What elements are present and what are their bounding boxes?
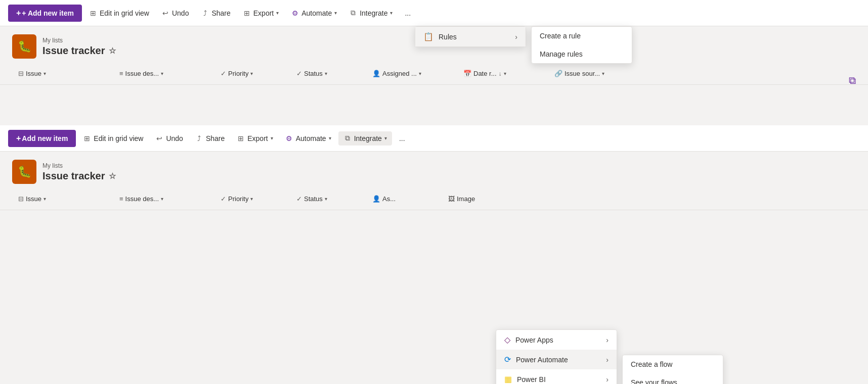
power-bi-chevron-icon: › [606,375,609,383]
col-issue-top[interactable]: ⊟ Issue ▾ [12,70,113,77]
more-button-bottom[interactable]: ... [394,131,410,146]
col-assigned-icon-bottom: 👤 [372,195,380,203]
undo-icon-bottom: ↩ [155,134,163,142]
col-issue-chevron: ▾ [44,71,46,76]
power-automate-menu-item[interactable]: ⟳ Power Automate › [496,350,617,369]
automate-dropdown-top: 📋 Rules › [415,26,526,47]
favorite-star-bottom[interactable]: ☆ [109,171,116,181]
create-flow-item[interactable]: Create a flow [623,355,723,373]
rules-icon: 📋 [423,32,433,41]
col-issue-des-chevron-bottom: ▾ [161,196,163,202]
power-automate-icon: ⟳ [504,355,511,364]
add-new-item-button-bottom[interactable]: + Add new item [8,130,76,147]
col-date-icon: 📅 [463,70,471,77]
undo-button-top[interactable]: ↩ Undo [156,6,194,20]
power-apps-icon: ◇ [504,335,510,345]
undo-icon: ↩ [161,9,169,17]
col-assigned-top[interactable]: 👤 Assigned ... ▾ [366,70,457,77]
grid-icon-bottom: ⊞ [83,134,91,142]
column-headers-bottom: ⊟ Issue ▾ ≡ Issue des... ▾ ✓ Priority ▾ … [0,188,868,210]
integrate-icon: ⧉ [349,9,357,17]
col-image-icon-bottom: 🖼 [448,195,455,203]
col-priority-chevron-bottom: ▾ [250,196,253,202]
favorite-star-top[interactable]: ☆ [109,46,116,56]
col-priority-bottom[interactable]: ✓ Priority ▾ [214,195,290,203]
col-issue-source-chevron: ▾ [602,71,604,76]
col-priority-top[interactable]: ✓ Priority ▾ [214,70,290,77]
col-assigned-bottom[interactable]: 👤 As... [366,195,442,203]
my-lists-label-bottom: My lists [42,162,116,169]
col-assigned-icon: 👤 [372,70,380,77]
content-area-top [0,85,868,125]
list-icon-bottom: 🐛 [12,160,36,184]
automate-button-top[interactable]: ⚙ Automate ▾ [286,6,342,20]
export-icon-bottom: ⊞ [237,134,245,142]
col-issue-source-top[interactable]: 🔗 Issue sour... ▾ [548,70,649,77]
list-title-top: Issue tracker ☆ [42,45,116,57]
power-automate-submenu-panel: Create a flow See your flows Configure f… [622,355,723,384]
col-image-bottom[interactable]: 🖼 Image [442,195,518,203]
filter-icon-top[interactable]: ⧉ [849,75,856,86]
export-button-top[interactable]: ⊞ Export ▾ [238,6,284,20]
power-apps-chevron-icon: › [606,336,609,344]
col-status-top[interactable]: ✓ Status ▾ [290,70,366,77]
power-bi-menu-item[interactable]: ▦ Power BI › [496,369,617,384]
see-flows-item[interactable]: See your flows [623,373,723,384]
share-icon: ⤴ [201,9,209,17]
col-issue-chevron-bottom: ▾ [44,196,46,202]
rules-menu-item[interactable]: 📋 Rules › [415,27,526,46]
automate-icon: ⚙ [291,9,299,17]
export-chevron-icon-bottom: ▾ [271,135,273,141]
power-bi-icon: ▦ [504,374,512,384]
power-apps-menu-item[interactable]: ◇ Power Apps › [496,330,617,350]
list-title-bottom: Issue tracker ☆ [42,170,116,182]
toolbar-bottom: + Add new item ⊞ Edit in grid view ↩ Und… [0,125,868,152]
edit-grid-view-button-top[interactable]: ⊞ Edit in grid view [84,6,154,20]
my-lists-label-top: My lists [42,37,116,44]
col-date-chevron: ▾ [504,71,506,76]
column-headers-top: ⊟ Issue ▾ ≡ Issue des... ▾ ✓ Priority ▾ … [0,63,868,85]
col-issue-des-icon: ≡ [119,70,123,77]
col-priority-icon-bottom: ✓ [221,195,226,203]
export-chevron-icon: ▾ [276,10,279,16]
create-rule-item[interactable]: Create a rule [532,27,632,45]
col-status-icon: ✓ [296,70,302,77]
col-issue-icon: ⊟ [18,70,24,77]
col-status-chevron: ▾ [325,71,327,76]
add-new-item-button-top[interactable]: + + Add new item [8,5,82,22]
col-date-top[interactable]: 📅 Date r... ↓ ▾ [457,70,548,77]
list-header-bottom: 🐛 My lists Issue tracker ☆ [0,152,868,188]
col-issue-icon-bottom: ⊟ [18,195,24,203]
col-priority-icon: ✓ [221,70,226,77]
edit-grid-view-button-bottom[interactable]: ⊞ Edit in grid view [78,131,148,146]
manage-rules-item[interactable]: Manage rules [532,45,632,63]
col-status-bottom[interactable]: ✓ Status ▾ [290,195,366,203]
undo-button-bottom[interactable]: ↩ Undo [150,131,188,146]
power-automate-chevron-icon: › [606,356,609,364]
rules-submenu-panel: Create a rule Manage rules [531,26,632,64]
col-issue-des-icon-bottom: ≡ [119,195,123,203]
col-status-chevron-bottom: ▾ [325,196,327,202]
integrate-chevron-icon: ▾ [390,10,393,16]
col-issue-des-top[interactable]: ≡ Issue des... ▾ [113,70,214,77]
col-issue-des-bottom[interactable]: ≡ Issue des... ▾ [113,195,214,203]
grid-icon: ⊞ [89,9,97,17]
toolbar-top: + + Add new item ⊞ Edit in grid view ↩ U… [0,0,868,26]
col-priority-chevron: ▾ [250,71,253,76]
integrate-button-bottom[interactable]: ⧉ Integrate ▾ [338,131,392,146]
automate-chevron-icon: ▾ [334,10,337,16]
col-issue-des-chevron: ▾ [161,71,163,76]
automate-button-bottom[interactable]: ⚙ Automate ▾ [280,131,336,146]
col-issue-source-icon: 🔗 [554,70,562,77]
more-button-top[interactable]: ... [400,6,416,20]
share-button-bottom[interactable]: ⤴ Share [190,131,230,146]
export-button-bottom[interactable]: ⊞ Export ▾ [232,131,278,146]
col-issue-bottom[interactable]: ⊟ Issue ▾ [12,195,113,203]
col-assigned-chevron: ▾ [419,71,421,76]
automate-chevron-icon-bottom: ▾ [329,135,331,141]
share-button-top[interactable]: ⤴ Share [196,6,235,20]
integrate-button-top[interactable]: ⧉ Integrate ▾ [344,6,398,20]
integrate-chevron-icon-bottom: ▾ [384,135,387,141]
rules-chevron-icon: › [515,33,517,41]
col-status-icon-bottom: ✓ [296,195,302,203]
